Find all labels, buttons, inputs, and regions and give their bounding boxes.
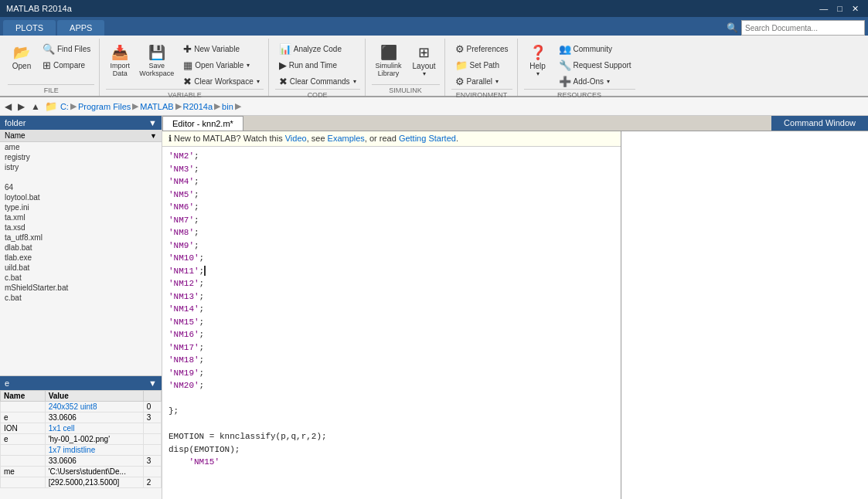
title-bar-controls: — □ ✕ bbox=[816, 4, 862, 14]
variable-buttons: 📥 ImportData 💾 SaveWorkspace ✚ New Varia… bbox=[106, 40, 263, 89]
code-line: 'NM20'; bbox=[168, 379, 614, 392]
ribbon-group-resources: ❓ Help ▾ 👥 Community 🔧 Request Support ➕… bbox=[519, 39, 640, 96]
table-row: ION 1x1 cell bbox=[1, 423, 162, 434]
analyze-icon: 📊 bbox=[279, 43, 291, 55]
table-row: me 'C:\Users\student\De... bbox=[1, 467, 162, 477]
list-item[interactable]: istry bbox=[0, 162, 162, 172]
close-button[interactable]: ✕ bbox=[849, 4, 862, 14]
forward-button[interactable]: ▶ bbox=[16, 101, 26, 112]
tab-plots[interactable]: PLOTS bbox=[3, 20, 56, 36]
list-item[interactable]: c.bat bbox=[0, 293, 162, 303]
maximize-button[interactable]: □ bbox=[834, 4, 846, 13]
command-window-pane[interactable] bbox=[621, 131, 868, 499]
run-icon: ▶ bbox=[279, 59, 287, 71]
tab-command-window[interactable]: Command Window bbox=[771, 116, 868, 131]
community-icon: 👥 bbox=[559, 43, 571, 55]
ribbon-group-file: 📂 Open 🔍 Find Files ⊞ Compare FILE bbox=[3, 39, 100, 96]
sep4: ▶ bbox=[214, 101, 220, 111]
tab-apps[interactable]: APPS bbox=[57, 20, 104, 36]
back-button[interactable]: ◀ bbox=[3, 101, 13, 112]
new-variable-button[interactable]: ✚ New Variable bbox=[179, 42, 264, 56]
resources-buttons: ❓ Help ▾ 👥 Community 🔧 Request Support ➕… bbox=[524, 40, 635, 89]
path-c[interactable]: C: bbox=[60, 102, 69, 111]
env-buttons: ⚙ Preferences 📁 Set Path ⚙ Parallel ▾ bbox=[451, 40, 512, 89]
path-matlab[interactable]: MATLAB bbox=[140, 102, 173, 111]
support-icon: 🔧 bbox=[559, 59, 571, 71]
list-item[interactable]: registry bbox=[0, 152, 162, 162]
code-line: 'NM19'; bbox=[168, 367, 614, 380]
list-item[interactable]: tlab.exe bbox=[0, 253, 162, 263]
parallel-button[interactable]: ⚙ Parallel ▾ bbox=[451, 74, 502, 89]
search-input[interactable] bbox=[741, 20, 865, 36]
list-item[interactable]: ame bbox=[0, 142, 162, 152]
set-path-button[interactable]: 📁 Set Path bbox=[451, 58, 503, 73]
list-item[interactable]: ta.xml bbox=[0, 212, 162, 222]
find-files-button[interactable]: 🔍 Find Files bbox=[39, 42, 94, 56]
path-r2014a[interactable]: R2014a bbox=[183, 102, 213, 111]
community-button[interactable]: 👥 Community bbox=[555, 42, 635, 56]
help-dropdown-icon: ▾ bbox=[536, 70, 540, 77]
notice-examples-link[interactable]: Examples bbox=[328, 134, 365, 143]
clear-workspace-button[interactable]: ✖ Clear Workspace ▾ bbox=[179, 74, 264, 89]
list-item[interactable]: c.bat bbox=[0, 273, 162, 283]
list-item[interactable]: — bbox=[0, 172, 162, 182]
tab-editor[interactable]: Editor - knn2.m* bbox=[162, 116, 243, 131]
save-workspace-button[interactable]: 💾 SaveWorkspace bbox=[135, 42, 178, 80]
sidebar: folder ▼ Name ▼ ame registry istry — 64 … bbox=[0, 116, 162, 499]
variable-group-label: VARIABLE bbox=[106, 89, 263, 99]
clear-cmd-dropdown-icon: ▾ bbox=[353, 78, 356, 85]
list-item[interactable]: loytool.bat bbox=[0, 192, 162, 202]
notice-video-link[interactable]: Video bbox=[285, 134, 307, 143]
list-item[interactable]: ta_utf8.xml bbox=[0, 233, 162, 243]
list-item[interactable]: dlab.bat bbox=[0, 243, 162, 253]
find-files-icon: 🔍 bbox=[43, 43, 55, 55]
folder-icon-address: 📁 bbox=[45, 100, 57, 112]
workspace-label: e bbox=[5, 378, 9, 388]
editor-tabs: Editor - knn2.m* Command Window bbox=[162, 116, 868, 131]
open-var-icon: ▦ bbox=[183, 59, 192, 71]
parallel-icon: ⚙ bbox=[455, 76, 465, 87]
search-icon: 🔍 bbox=[727, 22, 738, 33]
simulink-group-label: SIMULINK bbox=[372, 84, 440, 94]
clear-commands-button[interactable]: ✖ Clear Commands ▾ bbox=[275, 74, 360, 89]
list-item[interactable]: uild.bat bbox=[0, 263, 162, 273]
list-item[interactable]: mShieldStarter.bat bbox=[0, 283, 162, 293]
editor-code-area[interactable]: 'NM2'; 'NM3'; 'NM4'; 'NM5'; 'NM6'; 'NM7'… bbox=[162, 147, 621, 499]
notice-getting-started-link[interactable]: Getting Started bbox=[399, 134, 456, 143]
list-item[interactable]: type.ini bbox=[0, 202, 162, 212]
open-button[interactable]: 📂 Open bbox=[8, 42, 36, 73]
simulink-library-button[interactable]: ⬛ SimulinkLibrary bbox=[372, 42, 406, 80]
search-area: 🔍 bbox=[723, 20, 868, 36]
path-bin[interactable]: bin bbox=[222, 102, 233, 111]
clear-ws-dropdown-icon: ▾ bbox=[257, 78, 260, 85]
ribbon-group-environment: ⚙ Preferences 📁 Set Path ⚙ Parallel ▾ EN… bbox=[447, 39, 518, 96]
run-and-time-button[interactable]: ▶ Run and Time bbox=[275, 58, 341, 73]
layout-button[interactable]: ⊞ Layout ▾ bbox=[409, 42, 440, 80]
add-ons-button[interactable]: ➕ Add-Ons ▾ bbox=[555, 74, 635, 89]
list-item[interactable]: ta.xsd bbox=[0, 222, 162, 233]
import-data-button[interactable]: 📥 ImportData bbox=[106, 42, 134, 80]
address-bar: ◀ ▶ ▲ 📁 C: ▶ Program Files ▶ MATLAB ▶ R2… bbox=[0, 97, 868, 116]
title-bar: MATLAB R2014a — □ ✕ bbox=[0, 0, 868, 17]
path-program-files[interactable]: Program Files bbox=[78, 102, 131, 111]
code-line: 'NM3'; bbox=[168, 163, 614, 176]
help-button[interactable]: ❓ Help ▾ bbox=[524, 42, 552, 80]
editor-content: ℹ New to MATLAB? Watch this Video, see E… bbox=[162, 131, 868, 499]
workspace-collapse-button[interactable]: ▼ bbox=[148, 378, 157, 388]
preferences-button[interactable]: ⚙ Preferences bbox=[451, 42, 512, 56]
minimize-button[interactable]: — bbox=[816, 4, 831, 13]
code-line: 'NM9'; bbox=[168, 239, 614, 253]
analyze-code-button[interactable]: 📊 Analyze Code bbox=[275, 42, 345, 56]
up-button[interactable]: ▲ bbox=[29, 101, 42, 112]
set-path-icon: 📁 bbox=[455, 59, 468, 71]
compare-button[interactable]: ⊞ Compare bbox=[39, 58, 94, 73]
workspace-col-name: Name bbox=[1, 391, 46, 402]
workspace-header: e ▼ bbox=[0, 376, 162, 390]
parallel-dropdown-icon: ▾ bbox=[495, 78, 499, 85]
list-item[interactable]: 64 bbox=[0, 182, 162, 192]
request-support-button[interactable]: 🔧 Request Support bbox=[555, 58, 635, 73]
open-variable-button[interactable]: ▦ Open Variable ▾ bbox=[179, 58, 264, 73]
app-title: MATLAB R2014a bbox=[6, 4, 72, 13]
file-list-header[interactable]: Name ▼ bbox=[0, 130, 162, 142]
sidebar-collapse-button[interactable]: ▼ bbox=[148, 118, 157, 127]
